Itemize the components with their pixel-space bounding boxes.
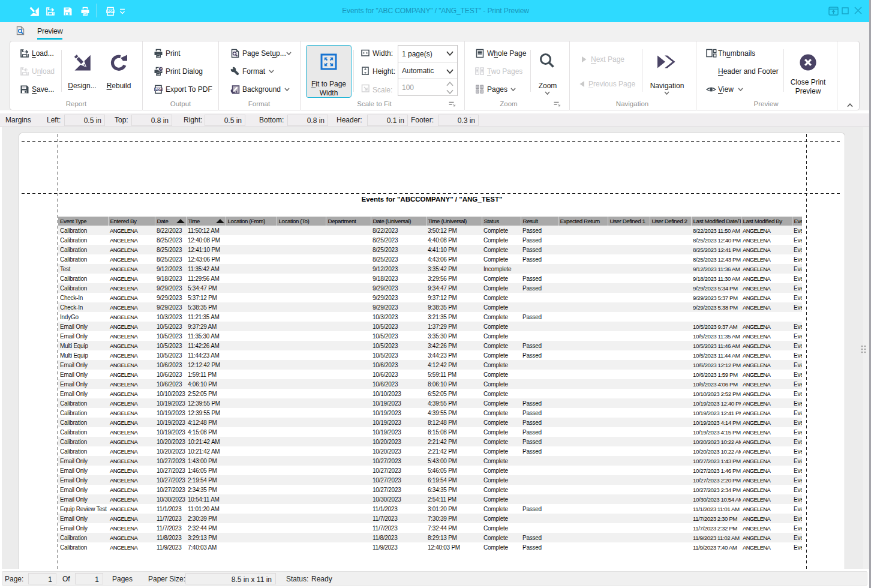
svg-text:?: ? [160, 67, 162, 71]
svg-text:PDF: PDF [155, 88, 161, 91]
